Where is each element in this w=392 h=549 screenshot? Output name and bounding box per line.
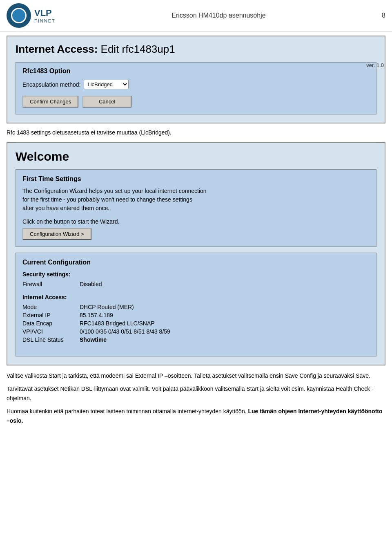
first-time-description: The Configuration Wizard helps you set u… xyxy=(22,187,370,213)
welcome-title: Welcome xyxy=(16,150,376,164)
version-label: ver. 1.0 xyxy=(366,62,384,68)
table-row: Mode DHCP Routed (MER) xyxy=(22,303,370,311)
internet-access-title-bold: Internet Access: xyxy=(16,43,98,55)
footer-paragraph-3: Huomaa kuitenkin että parhaiten toteat l… xyxy=(7,407,385,425)
data-encap-value: RFC1483 Bridged LLC/SNAP xyxy=(80,319,370,327)
main-content: Internet Access: Edit rfc1483up1 Rfc1483… xyxy=(0,31,392,433)
logo-icon xyxy=(7,3,31,28)
dsl-status-label: DSL Line Status xyxy=(22,336,80,344)
internet-access-title-rest: Edit rfc1483up1 xyxy=(98,43,175,55)
page-header: VLP FINNET Ericsson HM410dp asennusohje … xyxy=(0,0,392,31)
header-title: Ericsson HM410dp asennusohje xyxy=(56,12,382,19)
logo-area: VLP FINNET xyxy=(7,3,56,28)
footer-paragraph-2: Tarvittavat asetukset Netikan DSL-liitty… xyxy=(7,384,385,403)
security-settings-title: Security settings: xyxy=(22,271,370,278)
table-row: DSL Line Status Showtime xyxy=(22,336,370,344)
config-table: Mode DHCP Routed (MER) External IP 85.15… xyxy=(22,303,370,344)
external-ip-label: External IP xyxy=(22,311,80,319)
footer-text: Valitse valikosta Start ja tarkista, ett… xyxy=(7,371,385,425)
rfc-section-title: Rfc1483 Option xyxy=(22,67,370,75)
vpi-vci-value: 0/100 0/35 0/43 0/51 8/51 8/43 8/59 xyxy=(80,327,370,336)
footer-paragraph-1: Valitse valikosta Start ja tarkista, ett… xyxy=(7,371,385,380)
dsl-status-value: Showtime xyxy=(80,336,370,344)
rfc-section: Rfc1483 Option Encapsulation method: Llc… xyxy=(16,62,376,114)
logo-finnet: FINNET xyxy=(34,18,56,23)
vpi-vci-label: VPI/VCI xyxy=(22,327,80,336)
confirm-changes-button[interactable]: Confirm Changes xyxy=(22,96,78,108)
footer-paragraph-3-start: Huomaa kuitenkin että parhaiten toteat l… xyxy=(7,408,248,415)
external-ip-value: 85.157.4.189 xyxy=(80,311,370,319)
encap-row: Encapsulation method: LlcBridged xyxy=(22,80,370,89)
internet-access-config-title: Internet Access: xyxy=(22,294,370,300)
mode-value: DHCP Routed (MER) xyxy=(80,303,370,311)
table-row: External IP 85.157.4.189 xyxy=(22,311,370,319)
internet-access-box: Internet Access: Edit rfc1483up1 Rfc1483… xyxy=(7,36,385,123)
configuration-wizard-button[interactable]: Configuration Wizard > xyxy=(22,228,91,240)
data-encap-label: Data Encap xyxy=(22,319,80,327)
logo-text: VLP FINNET xyxy=(34,8,56,23)
first-time-title: First Time Settings xyxy=(22,175,370,183)
encap-select[interactable]: LlcBridged xyxy=(84,80,129,89)
wizard-prompt: Click on the button to start the Wizard. xyxy=(22,218,370,225)
header-page-number: 8 xyxy=(382,12,385,19)
table-row: Firewall Disabled xyxy=(22,280,370,288)
encap-label: Encapsulation method: xyxy=(22,81,80,88)
mode-label: Mode xyxy=(22,303,80,311)
table-row: Data Encap RFC1483 Bridged LLC/SNAP xyxy=(22,319,370,327)
security-table: Firewall Disabled xyxy=(22,280,370,288)
firewall-label: Firewall xyxy=(22,280,80,288)
first-time-section: First Time Settings The Configuration Wi… xyxy=(16,169,376,247)
logo-vlp: VLP xyxy=(34,8,56,18)
internet-access-title: Internet Access: Edit rfc1483up1 xyxy=(16,43,376,56)
table-row: VPI/VCI 0/100 0/35 0/43 0/51 8/51 8/43 8… xyxy=(22,327,370,336)
cancel-button[interactable]: Cancel xyxy=(82,96,131,108)
current-config-title: Current Configuration xyxy=(22,259,370,266)
note-text: Rfc 1483 settings oletusasetusta ei tarv… xyxy=(7,129,385,136)
firewall-value: Disabled xyxy=(80,280,370,288)
button-row: Confirm Changes Cancel xyxy=(22,96,370,108)
current-config-section: Current Configuration Security settings:… xyxy=(16,253,376,356)
welcome-box: Welcome First Time Settings The Configur… xyxy=(7,142,385,365)
